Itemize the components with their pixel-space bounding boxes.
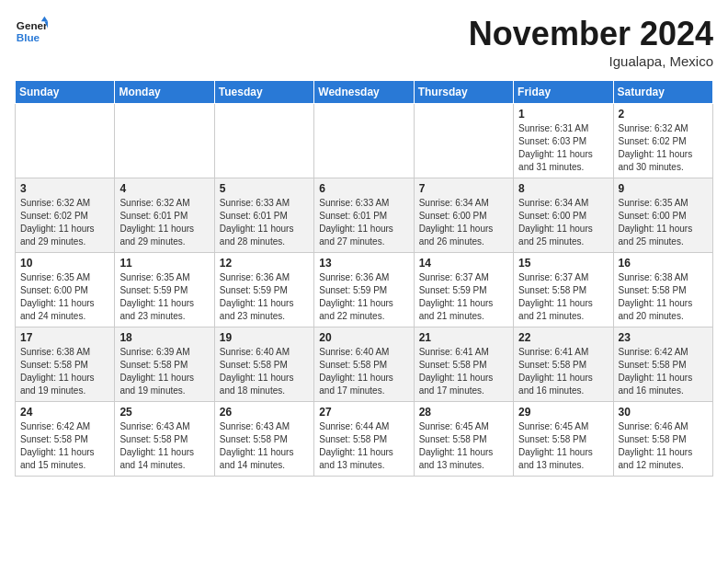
day-number: 19 (220, 331, 309, 344)
day-info: Sunrise: 6:40 AMSunset: 5:58 PMDaylight:… (220, 346, 309, 397)
calendar-cell (414, 104, 513, 178)
calendar-cell (115, 104, 214, 178)
calendar-cell: 8Sunrise: 6:34 AMSunset: 6:00 PMDaylight… (514, 178, 613, 253)
day-number: 24 (20, 406, 109, 419)
day-info: Sunrise: 6:36 AMSunset: 5:59 PMDaylight:… (319, 271, 408, 323)
day-info: Sunrise: 6:37 AMSunset: 5:58 PMDaylight:… (518, 271, 608, 323)
day-number: 16 (619, 257, 708, 270)
calendar-cell: 18Sunrise: 6:39 AMSunset: 5:58 PMDayligh… (115, 327, 214, 402)
calendar-cell: 27Sunrise: 6:44 AMSunset: 5:58 PMDayligh… (314, 402, 414, 477)
day-number: 22 (518, 331, 608, 344)
day-info: Sunrise: 6:45 AMSunset: 5:58 PMDaylight:… (518, 420, 608, 472)
calendar-cell: 19Sunrise: 6:40 AMSunset: 5:58 PMDayligh… (214, 327, 313, 402)
day-number: 23 (619, 331, 708, 344)
calendar-cell: 13Sunrise: 6:36 AMSunset: 5:59 PMDayligh… (314, 253, 414, 327)
calendar-body: 1Sunrise: 6:31 AMSunset: 6:03 PMDaylight… (16, 104, 713, 477)
calendar-cell: 10Sunrise: 6:35 AMSunset: 6:00 PMDayligh… (16, 253, 115, 327)
calendar-cell: 29Sunrise: 6:45 AMSunset: 5:58 PMDayligh… (514, 402, 613, 477)
day-number: 6 (319, 182, 408, 195)
day-info: Sunrise: 6:35 AMSunset: 5:59 PMDaylight:… (119, 271, 209, 323)
day-info: Sunrise: 6:43 AMSunset: 5:58 PMDaylight:… (220, 420, 309, 472)
calendar-cell (214, 104, 313, 178)
calendar-cell: 5Sunrise: 6:33 AMSunset: 6:01 PMDaylight… (214, 178, 313, 253)
day-number: 17 (20, 331, 109, 344)
logo: General Blue (15, 15, 48, 48)
calendar-cell: 28Sunrise: 6:45 AMSunset: 5:58 PMDayligh… (414, 402, 513, 477)
day-number: 18 (119, 331, 209, 344)
calendar-cell: 21Sunrise: 6:41 AMSunset: 5:58 PMDayligh… (414, 327, 513, 402)
day-number: 21 (419, 331, 508, 344)
day-info: Sunrise: 6:38 AMSunset: 5:58 PMDaylight:… (20, 346, 109, 397)
day-number: 29 (518, 406, 608, 419)
day-info: Sunrise: 6:42 AMSunset: 5:58 PMDaylight:… (20, 420, 109, 472)
day-info: Sunrise: 6:35 AMSunset: 6:00 PMDaylight:… (619, 197, 708, 248)
day-info: Sunrise: 6:44 AMSunset: 5:58 PMDaylight:… (319, 420, 408, 472)
calendar-subtitle: Igualapa, Mexico (469, 53, 713, 69)
day-info: Sunrise: 6:43 AMSunset: 5:58 PMDaylight:… (119, 420, 209, 472)
week-row-3: 10Sunrise: 6:35 AMSunset: 6:00 PMDayligh… (16, 253, 713, 327)
week-row-1: 1Sunrise: 6:31 AMSunset: 6:03 PMDaylight… (16, 104, 713, 178)
weekday-header-sunday: Sunday (16, 81, 115, 104)
day-info: Sunrise: 6:45 AMSunset: 5:58 PMDaylight:… (419, 420, 508, 472)
day-info: Sunrise: 6:39 AMSunset: 5:58 PMDaylight:… (119, 346, 209, 397)
calendar-cell: 11Sunrise: 6:35 AMSunset: 5:59 PMDayligh… (115, 253, 214, 327)
calendar-cell: 3Sunrise: 6:32 AMSunset: 6:02 PMDaylight… (16, 178, 115, 253)
day-number: 10 (20, 257, 109, 270)
day-number: 1 (518, 108, 608, 121)
day-number: 28 (419, 406, 508, 419)
day-info: Sunrise: 6:34 AMSunset: 6:00 PMDaylight:… (419, 197, 508, 248)
day-info: Sunrise: 6:38 AMSunset: 5:58 PMDaylight:… (619, 271, 708, 323)
calendar-cell: 2Sunrise: 6:32 AMSunset: 6:02 PMDaylight… (613, 104, 712, 178)
week-row-2: 3Sunrise: 6:32 AMSunset: 6:02 PMDaylight… (16, 178, 713, 253)
day-info: Sunrise: 6:33 AMSunset: 6:01 PMDaylight:… (220, 197, 309, 248)
calendar-cell: 20Sunrise: 6:40 AMSunset: 5:58 PMDayligh… (314, 327, 414, 402)
calendar-table: SundayMondayTuesdayWednesdayThursdayFrid… (15, 80, 713, 477)
day-info: Sunrise: 6:41 AMSunset: 5:58 PMDaylight:… (419, 346, 508, 397)
calendar-cell: 9Sunrise: 6:35 AMSunset: 6:00 PMDaylight… (613, 178, 712, 253)
day-info: Sunrise: 6:32 AMSunset: 6:01 PMDaylight:… (119, 197, 209, 248)
day-info: Sunrise: 6:42 AMSunset: 5:58 PMDaylight:… (619, 346, 708, 397)
day-number: 9 (619, 182, 708, 195)
day-number: 2 (619, 108, 708, 121)
calendar-cell: 15Sunrise: 6:37 AMSunset: 5:58 PMDayligh… (514, 253, 613, 327)
day-number: 25 (119, 406, 209, 419)
day-number: 8 (518, 182, 608, 195)
day-info: Sunrise: 6:46 AMSunset: 5:58 PMDaylight:… (619, 420, 708, 472)
calendar-cell: 12Sunrise: 6:36 AMSunset: 5:59 PMDayligh… (214, 253, 313, 327)
svg-text:Blue: Blue (17, 31, 40, 43)
calendar-title: November 2024 (469, 15, 713, 53)
day-info: Sunrise: 6:32 AMSunset: 6:02 PMDaylight:… (20, 197, 109, 248)
day-info: Sunrise: 6:34 AMSunset: 6:00 PMDaylight:… (518, 197, 608, 248)
day-number: 3 (20, 182, 109, 195)
day-info: Sunrise: 6:31 AMSunset: 6:03 PMDaylight:… (518, 122, 608, 174)
calendar-cell (16, 104, 115, 178)
day-info: Sunrise: 6:40 AMSunset: 5:58 PMDaylight:… (319, 346, 408, 397)
weekday-header-friday: Friday (514, 81, 613, 104)
calendar-cell (314, 104, 414, 178)
day-info: Sunrise: 6:41 AMSunset: 5:58 PMDaylight:… (518, 346, 608, 397)
logo-icon: General Blue (15, 15, 48, 48)
week-row-5: 24Sunrise: 6:42 AMSunset: 5:58 PMDayligh… (16, 402, 713, 477)
calendar-cell: 7Sunrise: 6:34 AMSunset: 6:00 PMDaylight… (414, 178, 513, 253)
day-number: 13 (319, 257, 408, 270)
calendar-cell: 23Sunrise: 6:42 AMSunset: 5:58 PMDayligh… (613, 327, 712, 402)
day-number: 30 (619, 406, 708, 419)
day-number: 11 (119, 257, 209, 270)
day-number: 5 (220, 182, 309, 195)
calendar-cell: 17Sunrise: 6:38 AMSunset: 5:58 PMDayligh… (16, 327, 115, 402)
day-number: 7 (419, 182, 508, 195)
day-number: 15 (518, 257, 608, 270)
title-block: November 2024 Igualapa, Mexico (469, 15, 713, 69)
weekday-header-thursday: Thursday (414, 81, 513, 104)
calendar-cell: 22Sunrise: 6:41 AMSunset: 5:58 PMDayligh… (514, 327, 613, 402)
calendar-cell: 6Sunrise: 6:33 AMSunset: 6:01 PMDaylight… (314, 178, 414, 253)
day-number: 26 (220, 406, 309, 419)
weekday-header-tuesday: Tuesday (214, 81, 313, 104)
day-info: Sunrise: 6:32 AMSunset: 6:02 PMDaylight:… (619, 122, 708, 174)
calendar-cell: 1Sunrise: 6:31 AMSunset: 6:03 PMDaylight… (514, 104, 613, 178)
weekday-header-wednesday: Wednesday (314, 81, 414, 104)
day-number: 4 (119, 182, 209, 195)
header: General Blue November 2024 Igualapa, Mex… (15, 15, 713, 69)
weekday-header-row: SundayMondayTuesdayWednesdayThursdayFrid… (16, 81, 713, 104)
day-info: Sunrise: 6:36 AMSunset: 5:59 PMDaylight:… (220, 271, 309, 323)
